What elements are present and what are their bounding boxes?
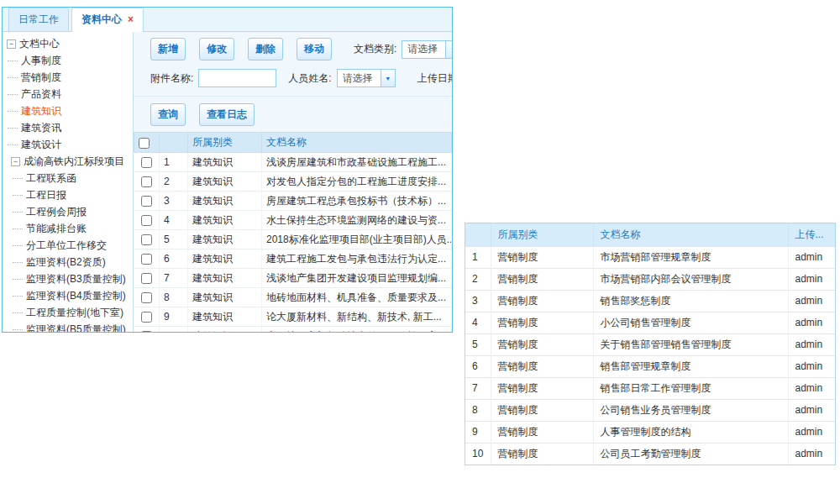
tree-connector-line xyxy=(8,94,18,95)
tree-node[interactable]: − 工程日报 xyxy=(3,186,133,203)
table-row[interactable]: 10 建筑知识 大厦地下室加气砼墙砌筑工程的施工方... xyxy=(134,327,452,333)
add-button[interactable]: 新增 xyxy=(150,38,186,60)
row-checkbox[interactable] xyxy=(141,234,152,245)
toolbar: 新增 修改 删除 移动 文档类别: 请选择 ▼ 文档 附件名称: 人员姓名: xyxy=(134,32,452,132)
table-row[interactable]: 1 建筑知识 浅谈房屋建筑和市政基础设施工程施工... xyxy=(134,153,452,172)
tree-node-label: 分工单位工作移交 xyxy=(26,239,107,253)
table-row[interactable]: 7 营销制度 销售部日常工作管理制度 admin xyxy=(465,377,835,399)
tree-connector-line xyxy=(13,245,23,246)
table-row[interactable]: 10 营销制度 公司员工考勤管理制度 admin xyxy=(465,443,835,465)
row-checkbox[interactable] xyxy=(141,254,152,265)
select-all-checkbox[interactable] xyxy=(139,138,150,149)
table-row[interactable]: 3 营销制度 销售部奖惩制度 admin xyxy=(465,290,835,312)
table-row[interactable]: 8 建筑知识 地砖地面材料、机具准备、质量要求及... xyxy=(134,288,452,307)
tree-connector-line xyxy=(13,262,23,263)
table-row[interactable]: 4 建筑知识 水土保持生态环境监测网络的建设与资... xyxy=(134,211,452,230)
tree-node[interactable]: − 工程联系函 xyxy=(3,170,133,186)
tree-connector-line xyxy=(8,77,18,78)
tree-node[interactable]: − 节能减排台账 xyxy=(3,220,133,237)
row-checkbox[interactable] xyxy=(141,273,152,284)
tree-node[interactable]: − 产品资料 xyxy=(3,86,133,102)
row-number: 2 xyxy=(160,172,188,192)
tab-data-center[interactable]: 资料中心× xyxy=(71,8,144,32)
row-checkbox[interactable] xyxy=(141,196,152,207)
modify-button[interactable]: 修改 xyxy=(199,38,234,60)
move-button[interactable]: 移动 xyxy=(297,38,332,60)
table-row[interactable]: 9 营销制度 人事管理制度的结构 admin xyxy=(465,421,835,443)
row-number: 3 xyxy=(465,290,491,312)
row-checkbox[interactable] xyxy=(141,157,152,168)
tree-node[interactable]: − 营销制度 xyxy=(3,69,133,86)
table-row[interactable]: 7 建筑知识 浅谈地产集团开发建设项目监理规划编... xyxy=(134,269,452,288)
attachment-name-input[interactable] xyxy=(198,69,276,87)
row-checkbox[interactable] xyxy=(141,176,152,187)
row-uploader: admin xyxy=(788,246,835,268)
category-select[interactable]: 请选择 ▼ xyxy=(402,40,453,59)
row-category: 建筑知识 xyxy=(188,327,262,333)
table-row[interactable]: 2 营销制度 市场营销部内部会议管理制度 admin xyxy=(465,268,835,290)
row-number: 4 xyxy=(160,211,188,230)
collapse-icon[interactable]: − xyxy=(11,157,20,166)
close-icon[interactable]: × xyxy=(128,13,134,25)
row-number: 6 xyxy=(160,249,188,269)
tree-node[interactable]: − 监理资料(B2资质) xyxy=(3,254,133,270)
table-row[interactable]: 5 建筑知识 2018标准化监理项目部(业主项目部)人员... xyxy=(134,230,452,249)
row-checkbox[interactable] xyxy=(141,312,152,323)
collapse-icon[interactable]: − xyxy=(7,39,16,49)
table-row[interactable]: 6 建筑知识 建筑工程施工发包与承包违法行为认定... xyxy=(134,249,452,269)
row-uploader: admin xyxy=(788,443,835,465)
tree-node[interactable]: − 建筑设计 xyxy=(3,136,133,153)
tree-node[interactable]: − 监理资料(B3质量控制) xyxy=(3,270,133,287)
marketing-docs-table: 所属别类 文档名称 上传... 1 营销制度 市场营销部管理规章制度 admin… xyxy=(465,223,835,465)
tree-node[interactable]: − 文档中心 xyxy=(3,35,133,52)
tree-node[interactable]: − 建筑知识 xyxy=(3,102,133,119)
tree-node[interactable]: − 建筑资讯 xyxy=(3,119,133,136)
row-uploader: admin xyxy=(788,312,835,333)
table-row[interactable]: 1 营销制度 市场营销部管理规章制度 admin xyxy=(465,246,835,268)
row-doc-name: 公司员工考勤管理制度 xyxy=(593,443,788,465)
row-doc-name: 水土保持生态环境监测网络的建设与资... xyxy=(262,211,452,230)
view-log-button[interactable]: 查看日志 xyxy=(199,103,255,126)
tree-node[interactable]: − 工程质量控制(地下室) xyxy=(3,304,133,321)
category-column-header: 所属别类 xyxy=(491,223,593,246)
tree-connector-line xyxy=(13,329,23,330)
person-name-label: 人员姓名: xyxy=(288,71,331,86)
tree-node[interactable]: − 监理资料(B4质量控制) xyxy=(3,287,133,304)
row-checkbox[interactable] xyxy=(141,331,152,333)
row-doc-name: 建筑工程施工发包与承包违法行为认定... xyxy=(262,249,452,269)
tab-daily-work[interactable]: 日常工作 xyxy=(8,8,69,31)
row-category: 营销制度 xyxy=(491,377,593,399)
number-column-header xyxy=(465,223,491,246)
tree-node[interactable]: − 分工单位工作移交 xyxy=(3,237,133,254)
query-button[interactable]: 查询 xyxy=(150,103,186,126)
number-column-header xyxy=(160,133,188,153)
category-select-value: 请选择 xyxy=(402,42,438,56)
row-checkbox[interactable] xyxy=(141,215,152,226)
table-row[interactable]: 6 营销制度 销售部管理规章制度 admin xyxy=(465,355,835,377)
table-row[interactable]: 3 建筑知识 房屋建筑工程总承包投标书（技术标）... xyxy=(134,192,452,211)
person-select[interactable]: 请选择 ▼ xyxy=(337,69,396,87)
tree-connector-line xyxy=(13,312,23,313)
row-doc-name: 市场营销部管理规章制度 xyxy=(593,246,788,268)
table-row[interactable]: 4 营销制度 小公司销售管理制度 admin xyxy=(465,312,835,333)
tree-node-label: 节能减排台账 xyxy=(26,222,87,236)
row-doc-name: 销售部日常工作管理制度 xyxy=(593,377,788,399)
row-doc-name: 浅谈房屋建筑和市政基础设施工程施工... xyxy=(262,153,452,172)
row-doc-name: 大厦地下室加气砼墙砌筑工程的施工方... xyxy=(262,327,452,333)
row-number: 7 xyxy=(160,269,188,288)
tree-node-label: 工程例会周报 xyxy=(26,205,87,219)
row-uploader: admin xyxy=(788,421,835,443)
row-checkbox[interactable] xyxy=(141,292,152,303)
table-row[interactable]: 2 建筑知识 对发包人指定分包的工程施工进度安排... xyxy=(134,172,452,192)
row-doc-name: 小公司销售管理制度 xyxy=(593,312,788,333)
table-row[interactable]: 5 营销制度 关于销售部管理销售管理制度 admin xyxy=(465,333,835,355)
tree-node[interactable]: − 监理资料(B5质量控制) xyxy=(3,321,133,333)
delete-button[interactable]: 删除 xyxy=(248,38,283,60)
row-category: 建筑知识 xyxy=(188,269,262,288)
table-row[interactable]: 8 营销制度 公司销售业务员管理制度 admin xyxy=(465,399,835,421)
tree-node[interactable]: − 成渝高铁内江标段项目 xyxy=(3,153,133,170)
tree-node[interactable]: − 工程例会周报 xyxy=(3,203,133,220)
table-row[interactable]: 9 建筑知识 论大厦新材料、新结构、新技术, 新工... xyxy=(134,307,452,327)
tree-node[interactable]: − 人事制度 xyxy=(3,52,133,69)
tree-connector-line xyxy=(8,144,18,145)
